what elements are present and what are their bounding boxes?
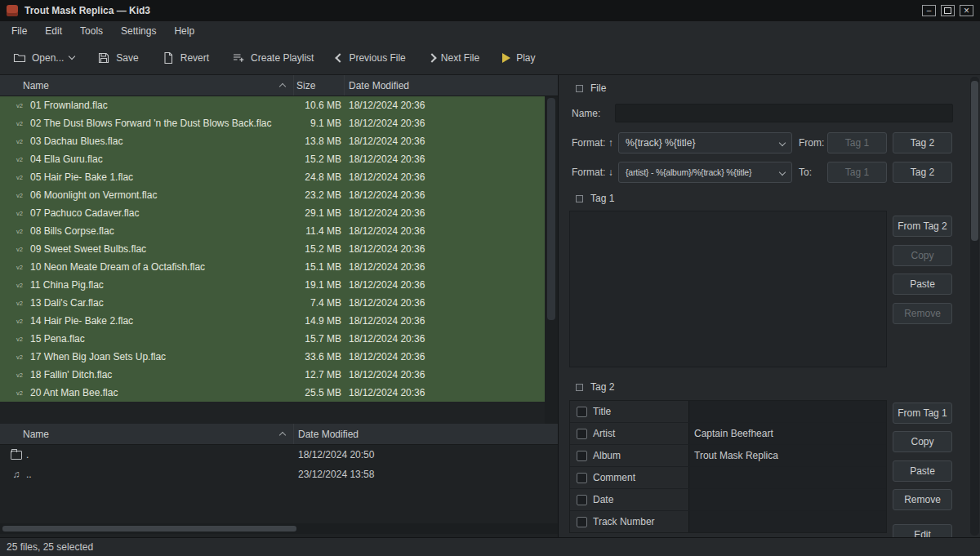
tag-version-icon bbox=[16, 192, 30, 199]
menu-item[interactable]: Tools bbox=[71, 25, 112, 37]
tag2-field-name-cell: Date bbox=[570, 489, 688, 510]
file-date-modified: 18/12/2024 20:36 bbox=[341, 279, 425, 291]
tag1-paste-button[interactable]: Paste bbox=[893, 274, 952, 295]
minimize-button[interactable] bbox=[922, 5, 936, 16]
tag2-paste-button[interactable]: Paste bbox=[893, 460, 952, 482]
field-checkbox[interactable] bbox=[577, 473, 587, 483]
file-section-header[interactable]: File bbox=[576, 82, 606, 94]
play-button[interactable]: Play bbox=[502, 52, 535, 64]
filename-input[interactable] bbox=[615, 104, 953, 122]
window-controls bbox=[922, 5, 973, 16]
file-row[interactable]: 18 Fallin' Ditch.flac 12.7 MB 18/12/2024… bbox=[0, 366, 546, 384]
tag2-section-title: Tag 2 bbox=[590, 381, 614, 393]
horizontal-scrollbar-thumb[interactable] bbox=[2, 526, 296, 532]
file-size: 29.1 MB bbox=[294, 207, 341, 219]
to-tag2-button[interactable]: Tag 2 bbox=[893, 162, 952, 183]
menu-item[interactable]: Settings bbox=[112, 25, 165, 37]
field-value-cell[interactable] bbox=[688, 467, 886, 488]
save-button[interactable]: Save bbox=[97, 51, 138, 64]
column-header-date-modified[interactable]: Date Modified bbox=[345, 75, 558, 96]
field-value-cell[interactable] bbox=[688, 401, 886, 422]
file-row[interactable]: 20 Ant Man Bee.flac 25.5 MB 18/12/2024 2… bbox=[0, 384, 546, 402]
file-row[interactable]: 09 Sweet Sweet Bulbs.flac 15.2 MB 18/12/… bbox=[0, 240, 546, 258]
file-row[interactable]: 08 Bills Corpse.flac 11.4 MB 18/12/2024 … bbox=[0, 222, 546, 240]
file-list-scrollbar[interactable] bbox=[545, 96, 558, 425]
tag-version-icon bbox=[16, 282, 30, 289]
file-row[interactable]: 17 When Big Joan Sets Up.flac 33.6 MB 18… bbox=[0, 348, 546, 366]
tag2-copy-button[interactable]: Copy bbox=[893, 431, 952, 452]
file-list: 01 Frownland.flac 10.6 MB 18/12/2024 20:… bbox=[0, 96, 546, 402]
playlist-icon bbox=[232, 51, 245, 64]
tag2-field-row: Date bbox=[570, 489, 886, 511]
tag2-edit-button[interactable]: Edit bbox=[893, 524, 952, 537]
right-panel-scrollbar[interactable] bbox=[970, 77, 979, 536]
save-icon bbox=[97, 51, 110, 64]
dir-column-header-name[interactable]: Name bbox=[0, 424, 294, 444]
file-row[interactable]: 14 Hair Pie- Bake 2.flac 14.9 MB 18/12/2… bbox=[0, 312, 546, 330]
menu-item[interactable]: File bbox=[2, 25, 36, 37]
format-to-combobox[interactable]: {artist} - %{album}/%{track} %{title} bbox=[618, 162, 792, 183]
tag2-remove-button[interactable]: Remove bbox=[893, 489, 952, 510]
field-checkbox[interactable] bbox=[577, 429, 587, 439]
column-header-size[interactable]: Size bbox=[294, 75, 345, 96]
right-panel-scrollbar-thumb[interactable] bbox=[971, 81, 978, 241]
tag2-field-row: Track Number bbox=[570, 511, 886, 533]
field-value-cell[interactable] bbox=[688, 511, 886, 532]
window-title: Trout Mask Replica — Kid3 bbox=[24, 5, 150, 16]
file-date-modified: 18/12/2024 20:36 bbox=[341, 207, 425, 219]
next-file-button[interactable]: Next File bbox=[429, 52, 479, 64]
maximize-button[interactable] bbox=[941, 5, 955, 16]
format-from-label: Format: ↑ bbox=[572, 132, 613, 153]
field-value-cell[interactable] bbox=[688, 489, 886, 510]
field-checkbox[interactable] bbox=[577, 495, 587, 505]
dir-row[interactable]: . 18/12/2024 20:50 bbox=[0, 445, 558, 465]
open-button[interactable]: Open... bbox=[13, 51, 74, 64]
menu-item[interactable]: Help bbox=[165, 25, 203, 37]
tag1-section-header[interactable]: Tag 1 bbox=[576, 193, 614, 204]
file-name: 08 Bills Corpse.flac bbox=[30, 225, 294, 237]
file-row[interactable]: 04 Ella Guru.flac 15.2 MB 18/12/2024 20:… bbox=[0, 150, 546, 168]
tag1-fields-frame bbox=[569, 211, 887, 367]
file-row[interactable]: 10 Neon Meate Dream of a Octafish.flac 1… bbox=[0, 258, 546, 276]
file-name: 20 Ant Man Bee.flac bbox=[30, 387, 294, 398]
file-date-modified: 18/12/2024 20:36 bbox=[341, 136, 425, 147]
revert-button[interactable]: Revert bbox=[162, 51, 209, 64]
horizontal-scrollbar[interactable] bbox=[0, 523, 559, 534]
file-name: 04 Ella Guru.flac bbox=[30, 153, 294, 165]
from-tag2-button[interactable]: Tag 2 bbox=[893, 132, 952, 153]
create-playlist-button[interactable]: Create Playlist bbox=[232, 51, 314, 64]
file-row[interactable]: 13 Dali's Car.flac 7.4 MB 18/12/2024 20:… bbox=[0, 294, 546, 312]
file-date-modified: 18/12/2024 20:36 bbox=[341, 153, 425, 165]
tag2-from-tag1-button[interactable]: From Tag 1 bbox=[893, 403, 952, 424]
field-checkbox[interactable] bbox=[577, 451, 587, 461]
field-checkbox[interactable] bbox=[577, 517, 587, 527]
dir-row[interactable]: .. 23/12/2024 13:58 bbox=[0, 465, 558, 484]
file-row[interactable]: 03 Dachau Blues.flac 13.8 MB 18/12/2024 … bbox=[0, 132, 546, 150]
file-row[interactable]: 01 Frownland.flac 10.6 MB 18/12/2024 20:… bbox=[0, 96, 546, 114]
tag-version-icon bbox=[16, 102, 30, 109]
file-row[interactable]: 05 Hair Pie- Bake 1.flac 24.8 MB 18/12/2… bbox=[0, 168, 546, 186]
format-from-combobox[interactable]: %{track} %{title} bbox=[618, 132, 792, 153]
file-row[interactable]: 11 China Pig.flac 19.1 MB 18/12/2024 20:… bbox=[0, 276, 546, 294]
tag2-field-name-cell: Album bbox=[570, 445, 688, 466]
dir-column-header-date-modified[interactable]: Date Modified bbox=[294, 424, 558, 444]
column-header-name[interactable]: Name bbox=[0, 75, 294, 96]
file-row[interactable]: 07 Pachuco Cadaver.flac 29.1 MB 18/12/20… bbox=[0, 204, 546, 222]
field-value-cell[interactable]: Trout Mask Replica bbox=[688, 445, 886, 466]
file-list-scrollbar-thumb[interactable] bbox=[547, 98, 555, 320]
tag1-from-tag2-button[interactable]: From Tag 2 bbox=[893, 216, 952, 237]
dir-date-modified: 18/12/2024 20:50 bbox=[294, 449, 374, 460]
field-value-cell[interactable]: Captain Beefheart bbox=[688, 423, 886, 444]
file-row[interactable]: 02 The Dust Blows Forward 'n the Dust Bl… bbox=[0, 114, 546, 132]
previous-file-button[interactable]: Previous File bbox=[336, 52, 405, 64]
file-size: 7.4 MB bbox=[294, 297, 341, 309]
file-row[interactable]: 15 Pena.flac 15.7 MB 18/12/2024 20:36 bbox=[0, 330, 546, 348]
menu-item[interactable]: Edit bbox=[36, 25, 71, 37]
field-checkbox[interactable] bbox=[577, 407, 587, 417]
file-date-modified: 18/12/2024 20:36 bbox=[341, 297, 425, 309]
file-row[interactable]: 06 Moonlight on Vermont.flac 23.2 MB 18/… bbox=[0, 186, 546, 204]
file-name: 06 Moonlight on Vermont.flac bbox=[30, 189, 294, 201]
close-button[interactable] bbox=[960, 5, 973, 16]
name-field-label: Name: bbox=[572, 103, 600, 124]
tag2-section-header[interactable]: Tag 2 bbox=[576, 381, 614, 393]
